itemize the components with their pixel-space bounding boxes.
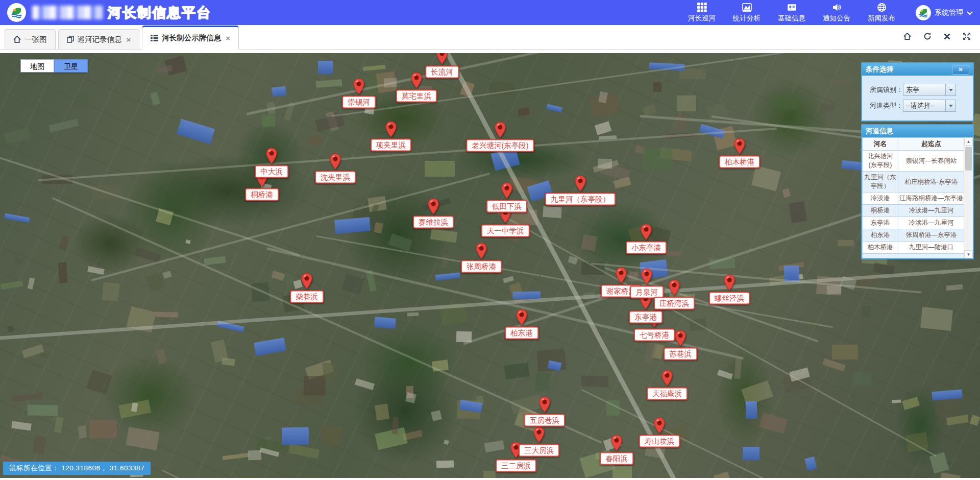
map-pin-icon[interactable] bbox=[385, 121, 397, 140]
map-pin-icon[interactable] bbox=[265, 148, 278, 166]
marker-label-27[interactable]: 三大房浜 bbox=[519, 444, 559, 457]
map-pin-icon[interactable] bbox=[501, 182, 513, 201]
marker-label-2[interactable]: 崇锡河 bbox=[342, 96, 376, 109]
scroll-up-icon[interactable]: ▲ bbox=[964, 137, 973, 146]
marker-label-9[interactable]: 九里河（东亭段） bbox=[545, 193, 616, 206]
marker-label-10[interactable]: 低田下浜 bbox=[486, 200, 527, 213]
map-pin-icon[interactable] bbox=[574, 175, 586, 194]
map-pin-icon[interactable] bbox=[640, 224, 652, 243]
river-row-0[interactable]: 北兴塘河(东亭段) 崇锡河—长春闸站 bbox=[863, 151, 965, 172]
map-pin-icon[interactable] bbox=[533, 426, 545, 445]
map-pin-icon[interactable] bbox=[410, 72, 423, 91]
marker-label-14[interactable]: 张周桥港 bbox=[461, 260, 502, 273]
map-pin-icon[interactable] bbox=[516, 309, 528, 328]
marker-label-24[interactable]: 天福庵浜 bbox=[647, 388, 688, 400]
marker-label-12[interactable]: 天一中学浜 bbox=[481, 225, 530, 237]
river-row-1[interactable]: 九里河（东亭段） 柏庄桐桥港-东亭港 bbox=[863, 172, 965, 193]
marker-label-5[interactable]: 柏木桥港 bbox=[719, 156, 760, 169]
marker-label-7[interactable]: 沈夹里浜 bbox=[315, 171, 356, 184]
river-row-partial[interactable] bbox=[863, 254, 965, 258]
tab-0[interactable]: 一张图 bbox=[5, 29, 56, 49]
marker-label-25[interactable]: 五房巷浜 bbox=[524, 414, 565, 427]
double-angle-right-icon[interactable]: » bbox=[952, 65, 969, 75]
marker-label-21[interactable]: 柏东港 bbox=[505, 327, 538, 340]
expand-icon[interactable] bbox=[963, 32, 971, 40]
river-row-4[interactable]: 东亭港 冷渎港—九里河 bbox=[863, 217, 965, 229]
map-pin-icon[interactable] bbox=[641, 268, 653, 287]
nav-item-3[interactable]: 通知公告 bbox=[823, 3, 850, 23]
marker-label-11[interactable]: 赛维拉浜 bbox=[413, 216, 454, 229]
marker-label-18[interactable]: 柴巷浜 bbox=[290, 291, 324, 303]
river-route-cell: 冷渎港—九里河 bbox=[898, 217, 965, 229]
chevron-down-icon bbox=[945, 100, 955, 111]
home-icon bbox=[13, 36, 21, 43]
map-pin-icon[interactable] bbox=[615, 267, 627, 286]
map-pin-icon[interactable] bbox=[475, 243, 487, 261]
marker-label-19[interactable]: 庄桥湾浜 bbox=[654, 297, 695, 310]
nav-item-1[interactable]: 统计分析 bbox=[733, 3, 761, 23]
nav-item-label: 河长巡河 bbox=[688, 14, 716, 23]
marker-label-4[interactable]: 老兴塘河(东亭段) bbox=[466, 139, 534, 152]
nav-item-4[interactable]: 新闻发布 bbox=[868, 3, 895, 23]
town-select[interactable]: 东亭 bbox=[903, 84, 956, 96]
river-info-panel: 河道信息 河名 起迄点 北兴塘河(东亭段) 崇锡河—长春闸站九里河（东亭段） 柏… bbox=[861, 124, 974, 259]
river-row-3[interactable]: 桐桥港 冷渎港—九里河 bbox=[863, 205, 965, 217]
river-name-cell: 柏东港 bbox=[863, 229, 898, 242]
river-route-cell: 崇锡河—长春闸站 bbox=[898, 151, 965, 172]
river-row-5[interactable]: 柏东港 张周桥港—东亭港 bbox=[863, 229, 965, 242]
app-title: 河长制信息平台 bbox=[108, 4, 211, 22]
marker-label-20[interactable]: 东亭港 bbox=[629, 311, 663, 324]
tab-1[interactable]: 巡河记录信息× bbox=[58, 29, 140, 49]
close-tab-icon[interactable]: × bbox=[127, 35, 131, 44]
table-scrollbar[interactable]: ▲ ▼ bbox=[964, 137, 973, 258]
close-icon[interactable] bbox=[944, 33, 950, 40]
map-pin-icon[interactable] bbox=[427, 198, 439, 217]
column-header-river-name: 河名 bbox=[863, 138, 898, 151]
user-menu[interactable]: 系统管理 bbox=[916, 5, 973, 20]
refresh-icon[interactable] bbox=[923, 32, 932, 40]
map-pin-icon[interactable] bbox=[653, 417, 666, 436]
river-row-2[interactable]: 冷渎港 江海路桐桥港—东亭港 bbox=[863, 193, 965, 205]
marker-label-29[interactable]: 三二房浜 bbox=[496, 460, 536, 472]
river-row-6[interactable]: 柏木桥港 九里河—陆港口 bbox=[863, 242, 965, 254]
map-pin-icon[interactable] bbox=[733, 138, 746, 157]
satellite-map[interactable]: 地图 卫星 长流河 莫宅里浜 崇锡河 项夹里浜 老兴塘河(东亭段) 柏木桥港 中… bbox=[0, 53, 980, 478]
nav-item-0[interactable]: 河长巡河 bbox=[688, 3, 716, 23]
marker-label-8[interactable]: 桐桥港 bbox=[245, 188, 279, 201]
marker-label-26[interactable]: 寿山坟浜 bbox=[639, 435, 680, 448]
scroll-down-icon[interactable]: ▼ bbox=[964, 250, 973, 258]
nav-item-label: 基础信息 bbox=[778, 14, 805, 23]
marker-label-13[interactable]: 小东亭港 bbox=[626, 242, 667, 254]
river-name-cell: 九里河（东亭段） bbox=[863, 172, 898, 193]
nav-item-label: 通知公告 bbox=[823, 14, 850, 23]
river-name-cell: 东亭港 bbox=[863, 217, 898, 229]
scrollbar-thumb[interactable] bbox=[965, 147, 972, 171]
map-pin-icon[interactable] bbox=[538, 396, 551, 415]
map-pin-icon[interactable] bbox=[661, 370, 673, 389]
marker-label-28[interactable]: 春阳浜 bbox=[600, 452, 633, 465]
map-pin-icon[interactable] bbox=[301, 273, 313, 292]
nav-item-2[interactable]: 基础信息 bbox=[778, 3, 805, 23]
map-pin-icon[interactable] bbox=[610, 435, 623, 453]
map-pin-icon[interactable] bbox=[674, 330, 687, 349]
map-pin-icon[interactable] bbox=[723, 274, 736, 293]
map-pin-icon[interactable] bbox=[436, 53, 448, 67]
marker-label-22[interactable]: 七号桥港 bbox=[634, 329, 675, 342]
river-type-select[interactable]: --请选择-- bbox=[903, 100, 956, 112]
marker-label-23[interactable]: 苏巷浜 bbox=[664, 348, 697, 361]
marker-label-3[interactable]: 项夹里浜 bbox=[371, 139, 411, 152]
platform-logo-icon bbox=[7, 3, 26, 22]
close-tab-icon[interactable]: × bbox=[226, 34, 230, 42]
tab-2[interactable]: 河长制公示牌信息× bbox=[142, 26, 239, 50]
map-pin-icon[interactable] bbox=[329, 153, 341, 172]
marker-label-17[interactable]: 螺丝泾浜 bbox=[709, 292, 750, 305]
marker-label-0[interactable]: 长流河 bbox=[425, 66, 459, 79]
marker-label-6[interactable]: 中大浜 bbox=[255, 165, 288, 178]
map-pin-icon[interactable] bbox=[353, 78, 365, 97]
map-pin-icon[interactable] bbox=[668, 279, 680, 298]
map-mode-button[interactable]: 地图 bbox=[20, 59, 54, 73]
map-pin-icon[interactable] bbox=[494, 122, 506, 140]
satellite-mode-button[interactable]: 卫星 bbox=[54, 59, 88, 73]
marker-label-1[interactable]: 莫宅里浜 bbox=[396, 90, 437, 103]
home-icon[interactable] bbox=[903, 33, 911, 40]
